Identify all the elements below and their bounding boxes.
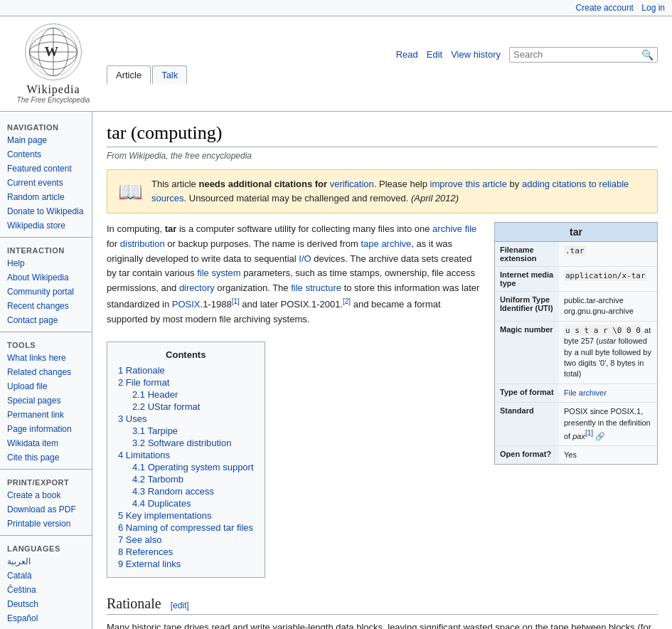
infobox-label-magic: Magic number [495, 322, 559, 384]
standard-ref-link[interactable]: [1] [585, 429, 593, 437]
toc-link-4-2[interactable]: 4.2 Tarbomb [132, 474, 183, 485]
ref1-link[interactable]: [1] [232, 297, 240, 305]
sidebar-item-create-book[interactable]: Create a book [0, 488, 92, 502]
sidebar-lang-deutsch[interactable]: Deutsch [0, 597, 92, 611]
infobox-filename-code: .tar [564, 245, 586, 256]
file-archiver-link[interactable]: File archiver [564, 388, 607, 397]
sidebar-lang-espanol[interactable]: Español [0, 611, 92, 625]
warning-box: 📖 This article needs additional citation… [107, 169, 658, 213]
toc-link-4-3[interactable]: 4.3 Random access [132, 486, 214, 497]
infobox-row-magic: Magic number u s t a r \0 0 0 at byte 25… [495, 322, 657, 384]
rationale-heading-text: Rationale [107, 596, 161, 611]
toc-item-4-4: 4.4 Duplicates [118, 497, 254, 509]
sidebar-item-featured-content[interactable]: Featured content [0, 162, 92, 176]
infobox-value-filename: .tar [559, 242, 591, 266]
toc-link-3-2[interactable]: 3.2 Software distribution [132, 438, 231, 448]
read-tab[interactable]: Read [396, 49, 418, 60]
page-subtitle: From Wikipedia, the free encyclopedia [107, 151, 658, 161]
sidebar-item-current-events[interactable]: Current events [0, 176, 92, 190]
archive-file-link[interactable]: archive file [432, 223, 476, 234]
sidebar-lang-arabic[interactable]: العربية [0, 554, 92, 569]
io-link[interactable]: I/O [299, 253, 311, 264]
sidebar-item-help[interactable]: Help [0, 256, 92, 270]
sidebar-item-recent-changes[interactable]: Recent changes [0, 299, 92, 313]
toc-item-4-2: 4.2 Tarbomb [118, 473, 254, 485]
tape-archive-link[interactable]: tape archive [361, 238, 411, 249]
toc-link-1[interactable]: 1 Rationale [118, 365, 165, 376]
file-structure-link[interactable]: file structure [291, 282, 341, 293]
infobox-media-code: application/x-tar [564, 270, 647, 281]
logo-subtitle: The Free Encyclopedia [17, 96, 90, 104]
sidebar-lang-czech[interactable]: Čeština [0, 583, 92, 597]
logo-area: W Wikipedia The Free Encyclopedia [7, 20, 100, 107]
toc-link-9[interactable]: 9 External links [118, 559, 181, 569]
toc-link-4[interactable]: 4 Limitations [118, 450, 170, 460]
sidebar-item-about[interactable]: About Wikipedia [0, 270, 92, 285]
toc-item-3-2: 3.2 Software distribution [118, 437, 254, 449]
warning-verification-link[interactable]: verification [330, 179, 374, 189]
toc-item-9: 9 External links [118, 558, 254, 570]
view-history-tab[interactable]: View history [451, 49, 501, 60]
rationale-heading: Rationale [edit] [107, 596, 658, 615]
filesystem-link[interactable]: file system [197, 268, 240, 278]
sidebar-item-download-pdf[interactable]: Download as PDF [0, 502, 92, 517]
toc-title: Contents [118, 349, 254, 360]
infobox-row-uti: Uniform Type Identifier (UTI) public.tar… [495, 292, 657, 322]
sidebar-item-main-page[interactable]: Main page [0, 133, 92, 147]
log-in-link[interactable]: Log in [641, 3, 665, 13]
toc-item-8: 8 References [118, 546, 254, 558]
toc-link-4-4[interactable]: 4.4 Duplicates [132, 498, 191, 509]
search-input[interactable] [513, 49, 641, 60]
sidebar-lang-francais[interactable]: Français [0, 625, 92, 629]
sidebar-item-permanent-link[interactable]: Permanent link [0, 408, 92, 422]
search-button[interactable]: 🔍 [641, 49, 654, 60]
sidebar-item-random-article[interactable]: Random article [0, 190, 92, 204]
article-tab[interactable]: Article [107, 65, 151, 85]
toc-item-4: 4 Limitations [118, 449, 254, 461]
directory-link[interactable]: directory [179, 282, 215, 293]
magic-number-code: u s t a r \0 0 0 [564, 325, 642, 336]
infobox-row-open: Open format? Yes [495, 446, 657, 464]
logo-title: Wikipedia [27, 83, 80, 96]
talk-tab[interactable]: Talk [152, 65, 187, 84]
sidebar-item-cite-page[interactable]: Cite this page [0, 450, 92, 465]
sidebar-item-wikidata[interactable]: Wikidata item [0, 436, 92, 450]
toc-link-8[interactable]: 8 References [118, 546, 173, 557]
sidebar-item-upload-file[interactable]: Upload file [0, 379, 92, 393]
sidebar-lang-catala[interactable]: Català [0, 569, 92, 583]
toc-item-4-3: 4.3 Random access [118, 485, 254, 497]
distribution-link[interactable]: distribution [120, 238, 165, 249]
create-account-link[interactable]: Create account [576, 3, 634, 13]
toc-link-2-2[interactable]: 2.2 UStar format [132, 401, 200, 412]
toc-link-5[interactable]: 5 Key implementations [118, 510, 212, 521]
toc-link-7[interactable]: 7 See also [118, 534, 161, 545]
sidebar-item-page-info[interactable]: Page information [0, 422, 92, 436]
toc-link-2-1[interactable]: 2.1 Header [132, 389, 178, 400]
toc-item-3-1: 3.1 Tarpipe [118, 425, 254, 437]
sidebar-item-related-changes[interactable]: Related changes [0, 365, 92, 379]
toc-link-6[interactable]: 6 Naming of compressed tar files [118, 522, 253, 533]
toc-item-2: 2 File format [118, 376, 254, 388]
sidebar-item-store[interactable]: Wikipedia store [0, 218, 92, 233]
toc-link-2[interactable]: 2 File format [118, 377, 169, 388]
warning-improve-link[interactable]: improve this article [430, 179, 507, 189]
sidebar-item-community-portal[interactable]: Community portal [0, 285, 92, 299]
infobox-label-filename: Filename extension [495, 242, 559, 266]
svg-text:W: W [44, 44, 58, 59]
sidebar-item-contents[interactable]: Contents [0, 147, 92, 162]
sidebar-item-special-pages[interactable]: Special pages [0, 393, 92, 408]
warning-icon: 📖 [116, 177, 144, 206]
sidebar-item-contact[interactable]: Contact page [0, 313, 92, 327]
toc-link-3[interactable]: 3 Uses [118, 413, 146, 424]
sidebar-item-what-links[interactable]: What links here [0, 351, 92, 365]
toc-link-4-1[interactable]: 4.1 Operating system support [132, 462, 254, 472]
edit-tab[interactable]: Edit [427, 49, 442, 60]
ref2-link[interactable]: [2] [343, 297, 351, 305]
warning-text-p4: . Unsourced material may be challenged a… [184, 193, 409, 204]
toc-link-3-1[interactable]: 3.1 Tarpipe [132, 426, 178, 436]
rationale-edit-link[interactable]: [edit] [171, 601, 189, 610]
logo-image[interactable]: W [25, 23, 82, 80]
posix-link[interactable]: POSIX [172, 299, 201, 310]
sidebar-item-donate[interactable]: Donate to Wikipedia [0, 204, 92, 218]
sidebar-item-printable[interactable]: Printable version [0, 517, 92, 531]
